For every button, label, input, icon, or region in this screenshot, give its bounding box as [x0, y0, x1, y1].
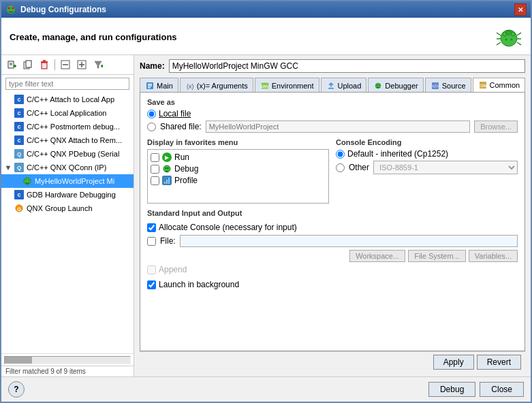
svg-line-11: [517, 42, 521, 45]
local-file-radio-row: Local file: [147, 109, 518, 118]
svg-text:</>: </>: [432, 84, 439, 88]
main-content: c C/C++ Attach to Local App c C/C++ Loca…: [1, 55, 531, 376]
close-button[interactable]: Close: [480, 382, 524, 397]
tab-main[interactable]: Main: [140, 78, 178, 93]
duplicate-config-button[interactable]: [20, 57, 35, 72]
dialog-header: Create, manage, and run configurations: [1, 18, 531, 55]
debug-configurations-window: Debug Configurations ✕ Create, manage, a…: [0, 0, 532, 403]
delete-config-button[interactable]: [37, 57, 52, 72]
shared-file-input[interactable]: [206, 120, 470, 133]
default-encoding-radio[interactable]: [336, 150, 345, 159]
list-item[interactable]: c C/C++ Local Application: [1, 106, 134, 120]
tab-source[interactable]: </> Source: [425, 78, 471, 93]
tree-item-label: QNX Group Launch: [27, 204, 93, 212]
svg-rect-45: [328, 88, 334, 89]
svg-point-14: [511, 39, 513, 41]
favorites-profile-checkbox[interactable]: [151, 176, 159, 185]
svg-point-35: [28, 180, 29, 181]
favorites-run-label[interactable]: Run: [174, 152, 189, 162]
debug-button[interactable]: Debug: [428, 382, 475, 397]
append-checkbox[interactable]: [147, 265, 156, 274]
expand-icon: ▼: [4, 163, 12, 172]
favorites-run-item: ▶ Run: [151, 152, 326, 162]
scrollbar-thumb[interactable]: [5, 357, 32, 364]
default-encoding-row: Default - inherited (Cp1252): [336, 149, 518, 159]
tab-environment[interactable]: ENV Environment: [255, 78, 319, 93]
tab-debugger[interactable]: Debugger: [368, 78, 423, 93]
shared-file-label[interactable]: Shared file:: [160, 122, 202, 131]
shared-file-radio[interactable]: [147, 123, 156, 131]
list-item[interactable]: c GDB Hardware Debugging: [1, 188, 134, 202]
file-label[interactable]: File:: [160, 236, 176, 246]
file-input[interactable]: [180, 235, 518, 247]
left-panel: c C/C++ Attach to Local App c C/C++ Loca…: [1, 55, 134, 376]
save-as-title: Save as: [147, 98, 518, 106]
list-item[interactable]: MyHelloWorldProject Mi: [1, 174, 134, 188]
other-encoding-radio[interactable]: [336, 163, 345, 172]
io-button-row: Workspace... File System... Variables...: [147, 250, 518, 262]
filter-button[interactable]: [91, 57, 106, 72]
collapse-all-button[interactable]: [58, 57, 73, 72]
tab-arguments[interactable]: (x)= (x)= Arguments: [180, 78, 253, 93]
list-item[interactable]: ▼ Q C/C++ QNX QConn (IP): [1, 161, 134, 174]
other-encoding-select[interactable]: ISO-8859-1: [373, 161, 518, 174]
expand-all-button[interactable]: [74, 57, 89, 72]
variables-button[interactable]: Variables...: [469, 250, 518, 262]
dialog-footer: ? Debug Close: [1, 376, 531, 402]
svg-point-12: [506, 31, 512, 35]
list-item[interactable]: c C/C++ Attach to Local App: [1, 93, 134, 106]
local-file-radio[interactable]: [147, 110, 156, 118]
local-file-label[interactable]: Local file: [159, 109, 191, 118]
bug-icon: [495, 23, 522, 50]
file-checkbox[interactable]: [147, 237, 156, 246]
c-type-icon: c: [14, 94, 25, 105]
revert-button[interactable]: Revert: [477, 355, 521, 370]
filesystem-button[interactable]: File System...: [408, 250, 466, 262]
svg-line-9: [517, 33, 521, 35]
console-encoding-section: Console Encoding Default - inherited (Cp…: [336, 138, 518, 204]
svg-rect-39: [148, 84, 152, 85]
name-input[interactable]: [169, 59, 525, 73]
svg-point-2: [12, 7, 14, 10]
favorites-profile-label[interactable]: Profile: [174, 176, 198, 185]
arguments-tab-icon: (x)=: [185, 81, 195, 91]
favorites-profile-item: Profile: [151, 176, 326, 185]
filter-input[interactable]: [5, 78, 129, 90]
launch-background-checkbox[interactable]: [147, 280, 156, 289]
allocate-console-label[interactable]: Allocate Console (necessary for input): [159, 223, 297, 232]
other-encoding-label[interactable]: Other: [349, 163, 369, 172]
help-button[interactable]: ?: [8, 381, 25, 398]
tree-list: c C/C++ Attach to Local App c C/C++ Loca…: [1, 93, 134, 353]
list-item[interactable]: c C/C++ QNX Attach to Rem...: [1, 133, 134, 147]
shared-file-row: Shared file: Browse...: [147, 120, 518, 133]
svg-rect-58: [166, 180, 168, 184]
favorites-run-checkbox[interactable]: [151, 153, 159, 162]
launch-background-label[interactable]: Launch in background: [159, 280, 239, 289]
toolbar-separator-1: [54, 59, 55, 70]
favorites-list: ▶ Run Debug: [147, 149, 329, 204]
tab-upload[interactable]: Upload: [321, 78, 367, 93]
append-row: Append: [147, 265, 518, 274]
svg-rect-41: [148, 87, 151, 88]
tab-common[interactable]: COM Common: [473, 78, 525, 93]
run-icon: ▶: [162, 152, 172, 162]
browse-button[interactable]: Browse...: [474, 120, 518, 133]
list-item[interactable]: Q C/C++ QNX PDebug (Serial: [1, 147, 134, 161]
close-window-button[interactable]: ✕: [514, 3, 527, 16]
workspace-button[interactable]: Workspace...: [349, 250, 405, 262]
list-item[interactable]: c C/C++ Postmortem debug...: [1, 120, 134, 133]
apply-button[interactable]: Apply: [433, 355, 474, 370]
scrollbar-track[interactable]: [4, 356, 131, 364]
allocate-console-checkbox[interactable]: [147, 223, 156, 232]
new-config-button[interactable]: [4, 57, 19, 72]
file-row: File:: [147, 235, 518, 247]
favorites-debug-label[interactable]: Debug: [174, 164, 198, 174]
default-encoding-label[interactable]: Default - inherited (Cp1252): [347, 149, 448, 159]
favorites-debug-checkbox[interactable]: [151, 165, 159, 174]
footer-buttons: Debug Close: [428, 382, 524, 397]
common-tab-icon: COM: [478, 80, 488, 90]
svg-point-48: [379, 84, 380, 86]
horizontal-scrollbar[interactable]: [1, 353, 134, 366]
svg-text:ENV: ENV: [261, 84, 269, 88]
list-item[interactable]: G QNX Group Launch: [1, 202, 134, 215]
